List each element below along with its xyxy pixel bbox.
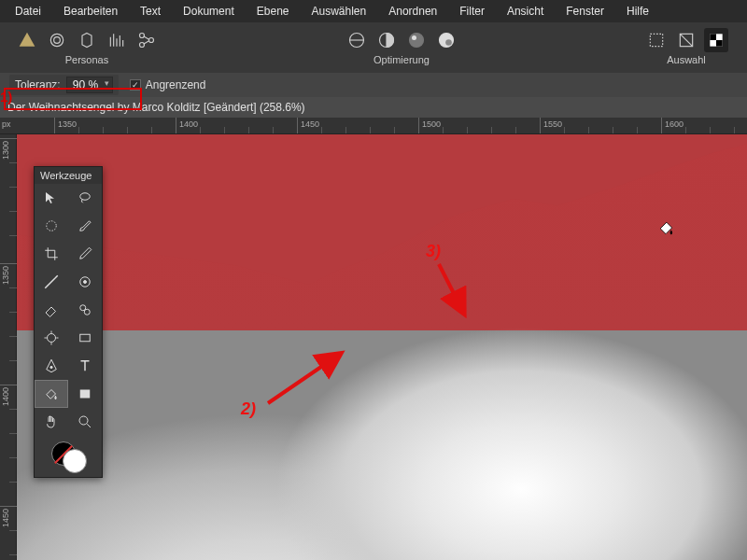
tools-panel-title: Werkzeuge (35, 167, 102, 184)
softlight-icon[interactable] (404, 28, 429, 52)
move-tool[interactable] (35, 184, 68, 212)
svg-rect-15 (716, 40, 723, 47)
svg-rect-25 (80, 334, 91, 342)
svg-rect-27 (80, 390, 91, 399)
menu-file[interactable]: Datei (4, 5, 52, 18)
svg-point-4 (140, 43, 145, 48)
paint-brush-tool[interactable] (68, 212, 102, 240)
levels-icon[interactable] (345, 28, 369, 52)
svg-point-2 (140, 34, 145, 38)
highlight-icon[interactable] (434, 28, 458, 52)
selection-refine-icon[interactable] (704, 28, 728, 52)
svg-point-28 (79, 416, 88, 425)
contiguous-label: Angrenzend (146, 78, 206, 91)
svg-point-21 (84, 281, 87, 284)
annotation-2: 2) (241, 399, 256, 419)
svg-point-23 (84, 309, 90, 315)
dodge-tool[interactable] (35, 324, 68, 352)
swatch-foreground[interactable] (63, 449, 87, 473)
lasso-tool[interactable] (68, 184, 102, 212)
svg-point-8 (412, 35, 416, 40)
svg-point-7 (410, 34, 424, 48)
annotation-3: 3) (426, 242, 441, 261)
menu-window[interactable]: Fenster (555, 5, 615, 18)
svg-point-24 (48, 334, 56, 343)
persona-develop-icon[interactable] (75, 28, 99, 52)
pen-tool[interactable] (35, 352, 68, 380)
hand-tool[interactable] (35, 408, 68, 436)
toolbar: Personas Optimierung Auswahl (0, 22, 747, 73)
tools-panel[interactable]: Werkzeuge (34, 166, 103, 478)
menu-view[interactable]: Ansicht (496, 5, 555, 18)
menu-filter[interactable]: Filter (448, 5, 496, 18)
personas-label: Personas (65, 54, 108, 65)
svg-rect-14 (710, 34, 716, 40)
menu-select[interactable]: Auswählen (300, 5, 377, 18)
persona-export-icon[interactable] (134, 28, 159, 52)
selection-rect-icon[interactable] (644, 28, 669, 52)
menu-text[interactable]: Text (129, 5, 172, 18)
svg-point-1 (54, 37, 61, 44)
document-title-bar: Der Weihnachtsengel by Marco Kolditz [Ge… (0, 97, 747, 118)
persona-tone-icon[interactable] (105, 28, 129, 52)
ruler-horizontal: px 135014001450150015501600 (0, 118, 747, 134)
svg-point-10 (445, 39, 452, 46)
menu-layer[interactable]: Ebene (246, 5, 301, 18)
svg-point-26 (50, 366, 52, 368)
tolerance-input[interactable]: 90 % (66, 77, 113, 93)
persona-liquify-icon[interactable] (45, 28, 69, 52)
svg-point-3 (149, 38, 154, 43)
menu-edit[interactable]: Bearbeiten (52, 5, 129, 18)
eraser-tool[interactable] (35, 296, 68, 324)
canvas[interactable]: 3) 2) (17, 134, 747, 560)
zoom-tool[interactable] (68, 408, 102, 436)
clone-tool[interactable] (68, 296, 102, 324)
context-bar: Toleranz: 90 % ✓ Angrenzend (0, 73, 747, 97)
selection-invert-icon[interactable] (674, 28, 698, 52)
document-title: Der Weihnachtsengel by Marco Kolditz [Ge… (7, 101, 305, 114)
rectangle-tool[interactable] (68, 380, 102, 408)
svg-rect-11 (650, 34, 662, 46)
color-swatches[interactable] (35, 436, 102, 477)
contrast-icon[interactable] (374, 28, 399, 52)
flood-fill-tool[interactable] (35, 380, 68, 408)
menu-bar: Datei Bearbeiten Text Dokument Ebene Aus… (0, 0, 747, 22)
gradient-tool[interactable] (35, 268, 68, 296)
persona-photo-icon[interactable] (15, 28, 39, 52)
selection-brush-tool[interactable] (35, 212, 68, 240)
flood-fill-cursor-icon (656, 218, 675, 241)
color-picker-tool[interactable] (68, 240, 102, 268)
contiguous-checkbox[interactable]: ✓ (130, 79, 141, 91)
menu-arrange[interactable]: Anordnen (377, 5, 448, 18)
svg-point-19 (47, 221, 57, 231)
healing-tool[interactable] (68, 268, 102, 296)
ruler-vertical: 1300135014001450 (0, 134, 17, 560)
ruler-unit: px (2, 119, 11, 129)
annotation-1: 1) (0, 89, 12, 105)
workspace: 1300135014001450 3) 2) (0, 134, 747, 560)
text-tool[interactable] (68, 352, 102, 380)
auswahl-label: Auswahl (667, 54, 706, 65)
svg-point-0 (50, 34, 63, 46)
optimierung-label: Optimierung (374, 54, 430, 65)
shape-tool[interactable] (68, 324, 102, 352)
svg-point-9 (440, 34, 454, 48)
svg-point-18 (80, 193, 91, 201)
crop-tool[interactable] (35, 240, 68, 268)
tolerance-label: Toleranz: (15, 78, 61, 91)
menu-document[interactable]: Dokument (172, 5, 246, 18)
menu-help[interactable]: Hilfe (615, 5, 660, 18)
